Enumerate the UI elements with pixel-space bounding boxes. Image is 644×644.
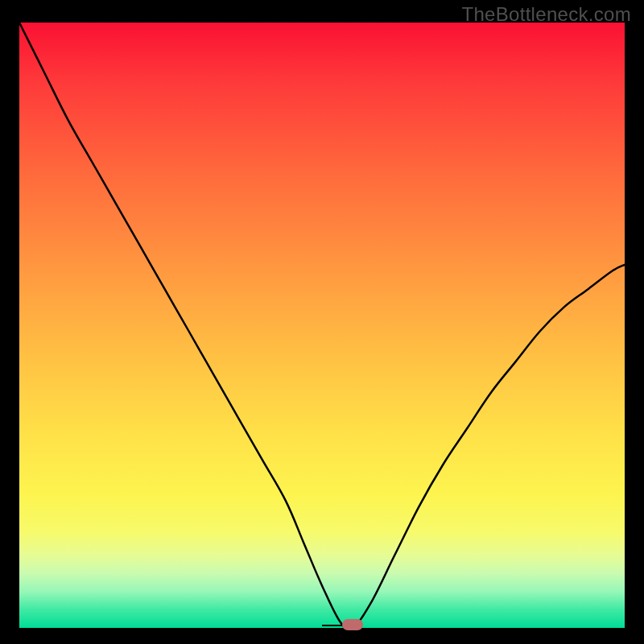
chart-frame: TheBottleneck.com: [0, 0, 644, 644]
watermark-text: TheBottleneck.com: [461, 3, 631, 26]
optimal-point-marker: [342, 619, 363, 630]
bottleneck-curve: [19, 23, 625, 628]
plot-gradient-area: [19, 23, 625, 628]
